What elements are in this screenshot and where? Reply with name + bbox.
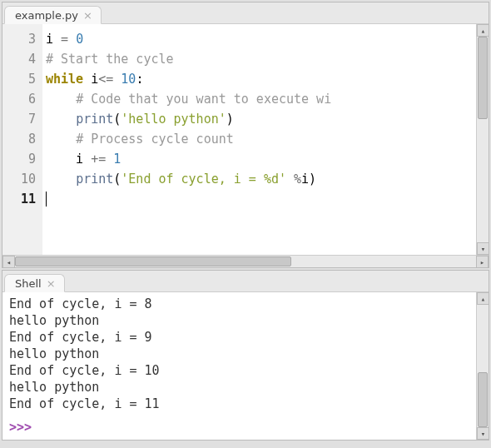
editor-panel: example.py × 34567891011 i = 0# Start th… [2, 2, 489, 268]
shell-line: End of cycle, i = 8 [9, 296, 469, 312]
editor-tab-label: example.py [15, 9, 78, 22]
close-icon[interactable]: × [83, 10, 92, 21]
shell-tab-label: Shell [15, 277, 42, 290]
code-line[interactable] [46, 189, 473, 209]
shell-line: End of cycle, i = 10 [9, 362, 469, 379]
line-number-gutter: 34567891011 [2, 24, 42, 255]
scroll-thumb-v[interactable] [478, 37, 488, 119]
line-number: 3 [6, 29, 36, 49]
line-number: 6 [6, 89, 36, 109]
close-icon[interactable]: × [47, 278, 56, 289]
code-line[interactable]: # Start the cycle [46, 49, 473, 69]
shell-vertical-scrollbar[interactable]: ▴ ▾ [476, 292, 489, 440]
line-number: 11 [6, 189, 36, 209]
code-line[interactable]: # Process cycle count [46, 129, 473, 149]
editor-tab-bar: example.py × [2, 2, 489, 24]
shell-prompt[interactable]: >>> [9, 419, 469, 436]
code-line[interactable]: print('hello python') [46, 109, 473, 129]
scroll-down-icon[interactable]: ▾ [477, 242, 489, 255]
code-line[interactable]: i += 1 [46, 149, 473, 169]
line-number: 8 [6, 129, 36, 149]
line-number: 9 [6, 149, 36, 169]
shell-output[interactable]: End of cycle, i = 8hello pythonEnd of cy… [2, 292, 476, 440]
line-number: 7 [6, 109, 36, 129]
editor-tab-example-py[interactable]: example.py × [4, 6, 102, 24]
code-line[interactable]: while i<= 10: [46, 69, 473, 89]
scroll-track-h[interactable] [15, 256, 476, 267]
scroll-track-v[interactable] [477, 37, 489, 242]
shell-line: hello python [9, 379, 469, 396]
code-area[interactable]: 34567891011 i = 0# Start the cyclewhile … [2, 24, 476, 255]
shell-line: End of cycle, i = 9 [9, 329, 469, 346]
line-number: 10 [6, 169, 36, 189]
text-cursor [46, 192, 47, 207]
shell-line: End of cycle, i = 11 [9, 396, 469, 412]
editor-content: 34567891011 i = 0# Start the cyclewhile … [2, 24, 489, 255]
shell-panel: Shell × End of cycle, i = 8hello pythonE… [2, 270, 489, 441]
scroll-up-icon[interactable]: ▴ [477, 292, 489, 305]
editor-vertical-scrollbar[interactable]: ▴ ▾ [476, 24, 489, 255]
line-number: 4 [6, 49, 36, 69]
editor-horizontal-scrollbar[interactable]: ◂ ▸ [2, 255, 489, 267]
shell-content-wrap: End of cycle, i = 8hello pythonEnd of cy… [2, 292, 489, 440]
line-number: 5 [6, 69, 36, 89]
shell-line: hello python [9, 312, 469, 329]
scroll-down-icon[interactable]: ▾ [477, 427, 489, 440]
scroll-right-icon[interactable]: ▸ [476, 256, 489, 268]
shell-line: hello python [9, 346, 469, 362]
scroll-track-v[interactable] [477, 305, 489, 427]
code-line[interactable]: print('End of cycle, i = %d' %i) [46, 169, 473, 189]
scroll-up-icon[interactable]: ▴ [477, 24, 489, 37]
scroll-thumb-h[interactable] [15, 256, 291, 266]
shell-tab[interactable]: Shell × [4, 274, 65, 292]
shell-tab-bar: Shell × [2, 271, 489, 292]
scroll-left-icon[interactable]: ◂ [2, 256, 15, 268]
code-line[interactable]: # Code that you want to execute wi [46, 89, 473, 109]
scroll-thumb-v[interactable] [478, 372, 488, 427]
code-line[interactable]: i = 0 [46, 29, 473, 49]
code-text[interactable]: i = 0# Start the cyclewhile i<= 10: # Co… [42, 24, 476, 255]
